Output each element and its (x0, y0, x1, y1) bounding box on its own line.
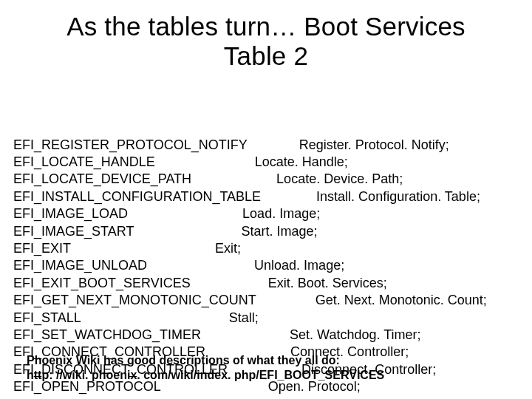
service-row: EFI_CLOSE_PROTOCOL Close. Protocol; (13, 396, 519, 399)
service-row: EFI_SET_WATCHDOG_TIMER Set. Watchdog. Ti… (13, 327, 519, 344)
footer-note: Phoenix Wiki has good descriptions of wh… (27, 353, 384, 383)
service-row: EFI_EXIT_BOOT_SERVICES Exit. Boot. Servi… (13, 275, 519, 292)
service-name: Start. Image; (241, 224, 317, 239)
service-name: Register. Protocol. Notify; (299, 137, 449, 152)
service-name: Load. Image; (242, 206, 320, 221)
slide-title: As the tables turn… Boot Services Table … (13, 12, 519, 72)
service-name: Close. Protocol; (279, 397, 373, 399)
service-row: EFI_LOCATE_HANDLE Locate. Handle; (13, 154, 519, 171)
service-row: EFI_EXIT Exit; (13, 240, 519, 257)
service-name: Exit; (215, 241, 241, 256)
service-type: EFI_SET_WATCHDOG_TIMER (13, 327, 201, 344)
service-type: EFI_STALL (13, 310, 81, 327)
service-type: EFI_CLOSE_PROTOCOL (13, 396, 168, 399)
service-name: Stall; (229, 310, 259, 325)
footer-line-1: Phoenix Wiki has good descriptions of wh… (27, 353, 384, 368)
service-row: EFI_IMAGE_LOAD Load. Image; (13, 205, 519, 222)
service-name: Set. Watchdog. Timer; (290, 327, 420, 342)
service-name: Install. Configuration. Table; (316, 189, 480, 204)
service-type: EFI_GET_NEXT_MONOTONIC_COUNT (13, 292, 256, 309)
service-type: EFI_EXIT_BOOT_SERVICES (13, 275, 191, 292)
service-row: EFI_IMAGE_START Start. Image; (13, 223, 519, 240)
service-name: Get. Next. Monotonic. Count; (316, 293, 487, 307)
service-row: EFI_LOCATE_DEVICE_PATH Locate. Device. P… (13, 171, 519, 188)
service-type: EFI_REGISTER_PROTOCOL_NOTIFY (13, 137, 248, 154)
service-type: EFI_IMAGE_START (13, 223, 134, 240)
services-list: EFI_REGISTER_PROTOCOL_NOTIFY Register. P… (13, 85, 519, 400)
service-type: EFI_LOCATE_DEVICE_PATH (13, 171, 191, 188)
footer-line-2: http: //wiki. phoenix. com/wiki/index. p… (27, 368, 384, 383)
service-type: EFI_INSTALL_CONFIGURATION_TABLE (13, 188, 261, 205)
service-name: Exit. Boot. Services; (268, 276, 387, 290)
service-row: EFI_IMAGE_UNLOAD Unload. Image; (13, 257, 519, 274)
service-row: EFI_GET_NEXT_MONOTONIC_COUNT Get. Next. … (13, 292, 519, 309)
service-type: EFI_LOCATE_HANDLE (13, 154, 155, 171)
service-row: EFI_REGISTER_PROTOCOL_NOTIFY Register. P… (13, 137, 519, 154)
slide: As the tables turn… Boot Services Table … (0, 0, 532, 399)
service-row: EFI_INSTALL_CONFIGURATION_TABLE Install.… (13, 188, 519, 205)
service-name: Unload. Image; (254, 258, 344, 273)
service-type: EFI_IMAGE_LOAD (13, 205, 128, 222)
service-type: EFI_IMAGE_UNLOAD (13, 257, 147, 274)
service-name: Locate. Handle; (255, 154, 348, 169)
service-row: EFI_STALL Stall; (13, 310, 519, 327)
service-name: Locate. Device. Path; (276, 171, 403, 186)
service-type: EFI_EXIT (13, 240, 71, 257)
